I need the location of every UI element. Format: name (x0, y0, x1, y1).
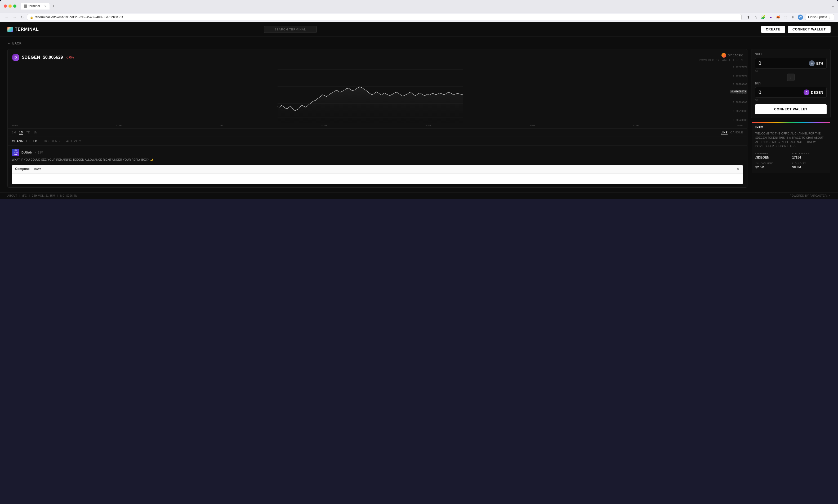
tab-favicon (24, 4, 27, 8)
app-header: TERMINAL_ SEARCH TERMINAL CREATE CONNECT… (0, 22, 838, 37)
footer-fc[interactable]: /FC (22, 194, 27, 197)
channel-value: /$DEGEN (755, 156, 789, 159)
chart-candle[interactable]: CANDLE (730, 131, 743, 134)
metamask-icon[interactable]: 🦊 (775, 15, 781, 20)
feed-tabs: CHANNEL FEED HOLDERS ACTIVITY (8, 137, 747, 145)
logo[interactable]: TERMINAL_ (7, 27, 41, 32)
extensions-icon[interactable]: 🧩 (761, 15, 766, 20)
time-1d[interactable]: 1D (19, 130, 23, 135)
close-button[interactable] (4, 4, 7, 8)
tab-title: terminal_ (29, 4, 41, 8)
time-1h[interactable]: 1H (12, 130, 16, 135)
update-button[interactable]: Finish update ⋮ (805, 14, 834, 20)
chart-line[interactable]: LINE (721, 131, 728, 134)
time-buttons: 1H 1D 7D 1M (12, 130, 38, 135)
y-label-7: 0.00640000 (733, 119, 747, 122)
time-7d[interactable]: 7D (26, 130, 30, 135)
tab-channel-feed[interactable]: CHANNEL FEED (12, 140, 38, 145)
x-label-5: 06:00 (425, 124, 431, 127)
refresh-icon[interactable]: ↻ (20, 15, 25, 20)
footer-about[interactable]: ABOUT (7, 194, 17, 197)
connect-wallet-button[interactable]: CONNECT WALLET (788, 26, 831, 33)
back-label: BACK (13, 41, 22, 45)
sell-input-row[interactable]: 0 ◆ ETH (755, 58, 826, 69)
x-label-3: 26 (220, 124, 223, 127)
trade-connect-wallet-button[interactable]: CONNECT WALLET (755, 104, 826, 114)
url-bar[interactable]: 🔒 farterminal.io/tokens/1d6bdf3d-22c9-45… (27, 14, 741, 20)
update-menu-icon: ⋮ (828, 15, 832, 19)
tab-close-icon[interactable]: ✕ (44, 5, 46, 8)
download-icon[interactable]: ⬇ (790, 15, 796, 20)
create-button[interactable]: CREATE (761, 26, 785, 33)
y-label-6: 0.00650000 (733, 110, 747, 112)
right-panel: SELL 0 ◆ ETH $0 ↓ (751, 49, 831, 188)
chart-controls: 1H 1D 7D 1M LINE CANDLE (8, 128, 747, 137)
info-description: WELCOME TO THE OFFICIAL CHANNEL FOR THE … (755, 131, 826, 148)
x-label-2: 21:00 (116, 124, 122, 127)
footer-powered: POWERED BY FARCASTER.IN (789, 194, 831, 197)
info-content: INFO WELCOME TO THE OFFICIAL CHANNEL FOR… (752, 122, 830, 173)
y-label-3: 0.00680000 (733, 83, 747, 86)
token-header: D $DEGEN $0.006629 -0.0% BY JACEK POWERE… (8, 49, 747, 64)
compose-content[interactable] (12, 174, 743, 184)
drafts-tab[interactable]: Drafts (33, 167, 41, 171)
tab-holders[interactable]: HOLDERS (44, 140, 60, 145)
token-price: $0.006629 (43, 55, 63, 60)
back-button[interactable]: ← BACK (7, 41, 21, 45)
compose-tab[interactable]: Compose (15, 167, 30, 171)
traffic-lights (4, 4, 16, 8)
bookmark-icon[interactable]: ☆ (753, 15, 758, 20)
info-title: INFO (755, 126, 826, 129)
app: TERMINAL_ SEARCH TERMINAL CREATE CONNECT… (0, 22, 838, 199)
by-user: BY JACEK (721, 53, 743, 58)
active-tab[interactable]: terminal_ ✕ (21, 3, 50, 10)
share-icon[interactable]: ⬆ (746, 15, 751, 20)
minimize-button[interactable] (8, 4, 12, 8)
buy-section: BUY 0 D DEGEN $0 (755, 82, 826, 102)
browser-chevron-icon[interactable]: ⌄ (832, 4, 834, 8)
back-nav-icon[interactable]: ← (4, 15, 10, 20)
new-tab-button[interactable]: + (51, 4, 56, 8)
search-bar[interactable]: SEARCH TERMINAL (264, 26, 317, 33)
eth-icon: ◆ (809, 60, 815, 66)
price-chart (12, 64, 729, 123)
followers-value: 17154 (792, 156, 826, 159)
header-actions: CREATE CONNECT WALLET (761, 26, 831, 33)
browser-titlebar: terminal_ ✕ + ⌄ (0, 0, 838, 12)
main-layout: D $DEGEN $0.006629 -0.0% BY JACEK POWERE… (7, 49, 831, 188)
sell-usd: $0 (755, 70, 826, 73)
footer-sep-3: | (57, 194, 58, 197)
buy-currency-label: DEGEN (811, 91, 823, 94)
sell-label: SELL (755, 53, 826, 56)
back-arrow-icon: ← (7, 41, 11, 45)
y-label-1: 0.00700000 (733, 66, 747, 68)
buy-input-row[interactable]: 0 D DEGEN (755, 87, 826, 98)
feed-avatar: IMPOSTER (12, 149, 19, 156)
token-name: $DEGEN (22, 55, 40, 60)
puzzle-icon[interactable]: ⬚ (783, 15, 788, 20)
forward-nav-icon[interactable]: → (12, 15, 17, 20)
maximize-button[interactable] (13, 4, 16, 8)
lock-icon: 🔒 (30, 16, 33, 19)
time-1m[interactable]: 1M (33, 130, 38, 135)
sell-currency-label: ETH (816, 61, 823, 66)
footer-mc: MC: $296.4M (60, 194, 77, 197)
tab-bar: terminal_ ✕ + (21, 3, 830, 10)
info-channel: CHANNEL /$DEGEN (755, 152, 789, 159)
volume-value: $2.5M (755, 165, 789, 169)
info-followers: FOLLOWERS 17154 (792, 152, 826, 159)
by-user-text: BY JACEK (728, 54, 743, 57)
x-label-4: 03:00 (321, 124, 327, 127)
svg-marker-8 (278, 87, 463, 123)
compose-tabs: Compose Drafts ✕ (12, 165, 743, 174)
profile-icon[interactable]: W (798, 15, 803, 20)
update-button-label: Finish update (808, 15, 827, 19)
footer-sep-1: | (19, 194, 20, 197)
feed-dot: · (35, 150, 36, 155)
x-axis-labels: 18:00 21:00 26 03:00 06:00 09:00 12:00 1… (8, 123, 747, 128)
farcaster-icon[interactable]: ● (768, 15, 773, 20)
swap-arrow-button[interactable]: ↓ (787, 74, 795, 81)
tab-activity[interactable]: ACTIVITY (66, 140, 82, 145)
compose-close-icon[interactable]: ✕ (736, 167, 740, 171)
info-panel: INFO WELCOME TO THE OFFICIAL CHANNEL FOR… (751, 122, 831, 174)
